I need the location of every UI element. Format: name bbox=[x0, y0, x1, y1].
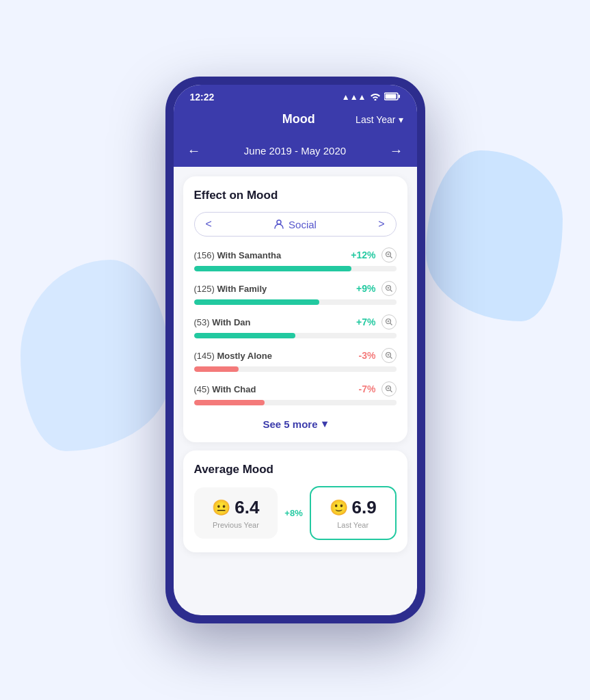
svg-line-13 bbox=[390, 323, 392, 325]
bar-fill bbox=[194, 266, 352, 271]
mood-item-percent: +9% bbox=[356, 283, 375, 294]
svg-line-21 bbox=[390, 390, 392, 392]
mood-item-header: (125) With Family +9% bbox=[194, 281, 397, 296]
bar-fill bbox=[194, 299, 320, 305]
change-badge: +8% bbox=[284, 508, 302, 518]
zoom-icon[interactable] bbox=[381, 381, 397, 396]
mood-item-name: (145) Mostly Alone bbox=[194, 351, 272, 361]
bar-track bbox=[194, 299, 397, 305]
battery-icon bbox=[384, 92, 401, 103]
bar-fill bbox=[194, 400, 265, 405]
status-icons: ▲▲▲ bbox=[342, 92, 401, 103]
mood-item-percent: +7% bbox=[356, 317, 375, 327]
mood-item-name: (125) With Family bbox=[194, 284, 267, 294]
mood-item: (45) With Chad -7% bbox=[194, 381, 397, 405]
prev-year-value: 😐 6.4 bbox=[201, 497, 271, 518]
see-more-label: See 5 more bbox=[263, 418, 317, 430]
period-chevron: ▾ bbox=[399, 114, 403, 125]
nav-bar: ← June 2019 - May 2020 → bbox=[174, 136, 417, 167]
mood-item-name: (45) With Chad bbox=[194, 384, 256, 394]
mood-item-header: (145) Mostly Alone -3% bbox=[194, 348, 397, 363]
zoom-icon[interactable] bbox=[381, 281, 397, 296]
phone-screen: 12:22 ▲▲▲ bbox=[174, 85, 417, 615]
content-area: Effect on Mood < Social > bbox=[174, 167, 417, 615]
prev-year-emoji: 😐 bbox=[212, 499, 230, 517]
zoom-icon[interactable] bbox=[381, 348, 397, 363]
average-mood-title: Average Mood bbox=[194, 463, 397, 476]
svg-rect-1 bbox=[399, 94, 400, 98]
mood-item-right: -7% bbox=[359, 381, 397, 396]
mood-item-percent: -3% bbox=[359, 350, 376, 361]
wifi-icon bbox=[370, 92, 381, 103]
zoom-icon[interactable] bbox=[381, 247, 397, 262]
mood-item-percent: -7% bbox=[359, 383, 376, 394]
avg-mood-row: 😐 6.4 Previous Year +8% 🙂 6.9 Last Year bbox=[194, 486, 397, 540]
bar-track bbox=[194, 400, 397, 405]
zoom-icon[interactable] bbox=[381, 314, 397, 329]
category-selector[interactable]: < Social > bbox=[194, 212, 397, 237]
blob-right bbox=[426, 150, 563, 321]
bar-track bbox=[194, 366, 397, 372]
mood-item-name: (156) With Samantha bbox=[194, 250, 282, 260]
bar-fill bbox=[194, 333, 295, 338]
last-year-emoji: 🙂 bbox=[330, 499, 348, 517]
category-left-chevron[interactable]: < bbox=[206, 218, 212, 230]
mood-item-header: (45) With Chad -7% bbox=[194, 381, 397, 396]
previous-year-box: 😐 6.4 Previous Year bbox=[194, 487, 278, 539]
svg-line-9 bbox=[390, 290, 392, 292]
last-year-label: Last Year bbox=[318, 521, 388, 529]
see-more-icon: ▾ bbox=[322, 418, 327, 430]
mood-item-header: (156) With Samantha +12% bbox=[194, 247, 397, 262]
see-more-button[interactable]: See 5 more ▾ bbox=[194, 415, 397, 430]
category-right-chevron[interactable]: > bbox=[378, 218, 384, 230]
signal-icon: ▲▲▲ bbox=[342, 92, 366, 102]
svg-rect-2 bbox=[385, 94, 396, 98]
blob-left bbox=[21, 260, 171, 451]
status-bar: 12:22 ▲▲▲ bbox=[174, 85, 417, 107]
mood-item-header: (53) With Dan +7% bbox=[194, 314, 397, 329]
prev-year-label: Previous Year bbox=[201, 521, 271, 529]
bar-track bbox=[194, 266, 397, 271]
next-arrow[interactable]: → bbox=[390, 143, 403, 159]
mood-item-right: +12% bbox=[351, 247, 396, 262]
nav-date: June 2019 - May 2020 bbox=[244, 145, 346, 157]
last-year-box: 🙂 6.9 Last Year bbox=[310, 486, 397, 540]
svg-line-17 bbox=[390, 357, 392, 359]
period-label: Last Year bbox=[356, 114, 395, 125]
mood-item: (53) With Dan +7% bbox=[194, 314, 397, 338]
average-mood-card: Average Mood 😐 6.4 Previous Year +8% bbox=[183, 450, 407, 552]
prev-arrow[interactable]: ← bbox=[187, 143, 201, 159]
mood-item: (156) With Samantha +12% bbox=[194, 247, 397, 271]
period-selector[interactable]: Last Year ▾ bbox=[356, 114, 403, 125]
scene: 12:22 ▲▲▲ bbox=[0, 0, 590, 700]
last-year-value: 🙂 6.9 bbox=[318, 497, 388, 518]
app-header: Mood Last Year ▾ bbox=[174, 107, 417, 136]
mood-items-list: (156) With Samantha +12% (125) Wit bbox=[194, 247, 397, 405]
category-label: Social bbox=[273, 219, 317, 230]
mood-item-right: +9% bbox=[356, 281, 396, 296]
bar-track bbox=[194, 333, 397, 338]
mood-item-right: +7% bbox=[356, 314, 396, 329]
svg-line-5 bbox=[390, 256, 392, 258]
person-icon bbox=[273, 219, 284, 230]
phone-frame: 12:22 ▲▲▲ bbox=[165, 77, 425, 623]
mood-item: (145) Mostly Alone -3% bbox=[194, 348, 397, 372]
mood-item-name: (53) With Dan bbox=[194, 317, 251, 327]
mood-item-right: -3% bbox=[359, 348, 397, 363]
svg-point-3 bbox=[277, 220, 281, 224]
effect-on-mood-card: Effect on Mood < Social > bbox=[183, 176, 407, 442]
effect-on-mood-title: Effect on Mood bbox=[194, 189, 397, 202]
mood-item-percent: +12% bbox=[351, 250, 375, 260]
header-title: Mood bbox=[242, 112, 356, 126]
bar-fill bbox=[194, 366, 239, 372]
status-time: 12:22 bbox=[190, 92, 215, 103]
mood-item: (125) With Family +9% bbox=[194, 281, 397, 305]
